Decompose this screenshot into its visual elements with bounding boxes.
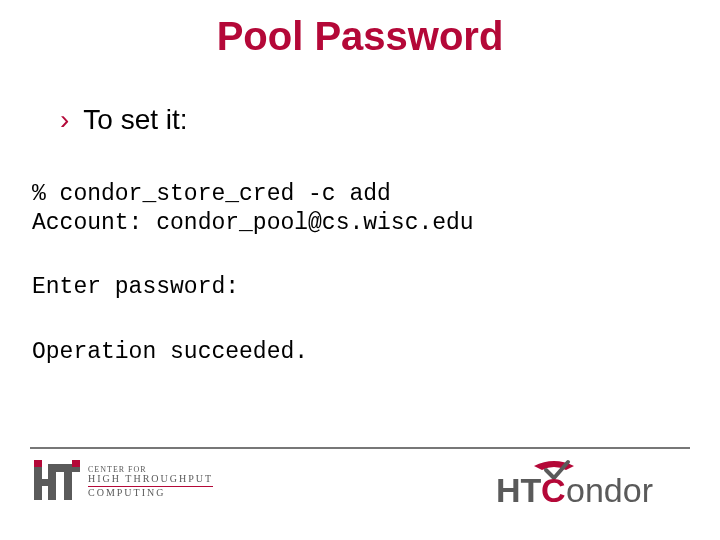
svg-text:HT: HT — [496, 471, 542, 509]
code-line: % condor_store_cred -c add — [32, 181, 391, 207]
chtc-line2: HIGH THROUGHPUT — [88, 474, 213, 487]
bullet-item: › To set it: — [60, 104, 188, 136]
slide-title: Pool Password — [0, 14, 720, 59]
code-block-command: % condor_store_cred -c add Account: cond… — [32, 180, 474, 238]
footer-divider — [30, 447, 690, 449]
code-line: Account: condor_pool@cs.wisc.edu — [32, 210, 474, 236]
svg-rect-6 — [72, 460, 80, 467]
svg-text:ondor: ondor — [566, 471, 653, 509]
svg-rect-2 — [34, 479, 56, 486]
slide: Pool Password › To set it: % condor_stor… — [0, 0, 720, 540]
ht-mark-icon — [34, 460, 80, 504]
htcondor-logo: HT C ondor — [496, 458, 686, 514]
chtc-logo: CENTER FOR HIGH THROUGHPUT COMPUTING — [34, 460, 213, 504]
bullet-marker-icon: › — [60, 106, 69, 134]
bullet-text: To set it: — [83, 104, 187, 136]
code-block-prompt: Enter password: — [32, 273, 239, 302]
chtc-logo-text: CENTER FOR HIGH THROUGHPUT COMPUTING — [88, 466, 213, 498]
svg-rect-5 — [64, 464, 72, 500]
svg-text:C: C — [541, 471, 566, 509]
svg-rect-3 — [34, 460, 42, 467]
chtc-line3: COMPUTING — [88, 488, 213, 499]
htcondor-logo-icon: HT C ondor — [496, 458, 686, 514]
code-block-result: Operation succeeded. — [32, 338, 308, 367]
